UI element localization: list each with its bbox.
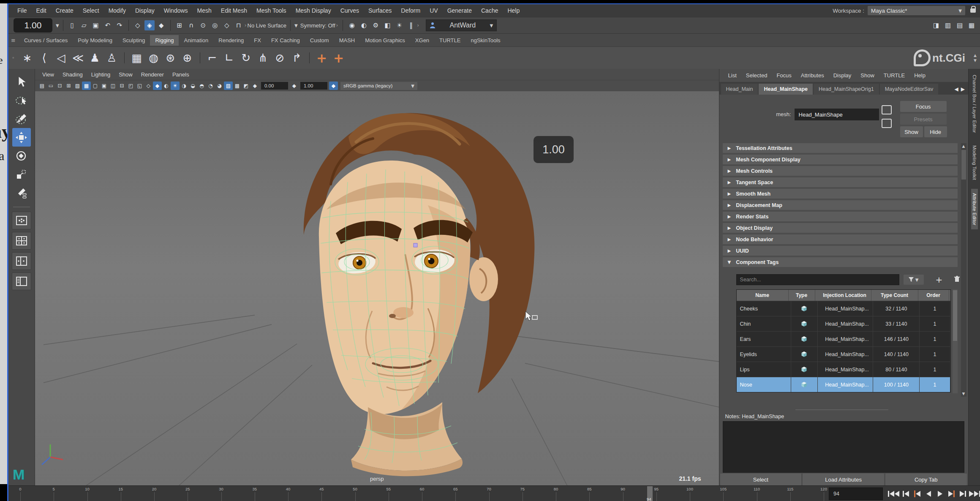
show-button[interactable]: Show: [900, 126, 923, 137]
snap-to-projected-center-icon[interactable]: ◎: [210, 20, 220, 30]
side-tab-attribute-editor[interactable]: Attribute Editor: [971, 189, 978, 229]
copy-tab-icon[interactable]: [882, 119, 892, 128]
snap-to-point-icon[interactable]: ⊙: [198, 20, 208, 30]
step-forward-key-button[interactable]: [946, 488, 956, 499]
pole-vector-constraint-icon[interactable]: ↱: [289, 49, 305, 66]
column-header-order[interactable]: Order: [918, 290, 949, 301]
open-scene-icon[interactable]: ▱: [79, 20, 89, 30]
select-by-component-icon[interactable]: ◆: [156, 20, 166, 30]
menu-mesh-display[interactable]: Mesh Display: [291, 7, 336, 14]
ae-menu-display[interactable]: Display: [830, 72, 855, 79]
grease-pencil-icon[interactable]: ▨: [73, 82, 82, 90]
menu-surfaces[interactable]: Surfaces: [364, 7, 396, 14]
load-attributes-button[interactable]: Load Attributes: [803, 474, 884, 485]
section-render-stats[interactable]: ▶Render Stats: [723, 212, 958, 221]
section-displacement-map[interactable]: ▶Displacement Map: [723, 200, 958, 210]
shelf-options-icon[interactable]: ◦: [12, 55, 15, 61]
hypershade-icon[interactable]: ◧: [382, 20, 392, 30]
remove-influence-icon[interactable]: +: [330, 49, 347, 66]
cluster-deformer-icon[interactable]: ◍: [145, 49, 162, 66]
character-set-dropdown[interactable]: AntWard ▼: [426, 19, 497, 31]
timeline-playhead[interactable]: 94: [647, 486, 653, 501]
mesh-name-field[interactable]: Head_MainShape: [795, 109, 879, 120]
render-current-frame-icon[interactable]: ◉: [347, 20, 357, 30]
menu-display[interactable]: Display: [131, 7, 159, 14]
shelf-tab-custom[interactable]: Custom: [305, 35, 334, 46]
play-forwards-button[interactable]: [935, 488, 945, 499]
two-pane-side-layout-button[interactable]: [12, 252, 31, 270]
paint-select-tool[interactable]: [12, 109, 31, 128]
menu-create[interactable]: Create: [51, 7, 78, 14]
select-tool[interactable]: [12, 72, 31, 91]
filter-button[interactable]: ▼: [904, 275, 924, 285]
toggle-attribute-editor-icon[interactable]: ▤: [955, 20, 965, 30]
shelf-tab-rigging[interactable]: Rigging: [150, 35, 179, 46]
add-influence-icon[interactable]: +: [313, 49, 330, 66]
new-scene-icon[interactable]: ▯: [67, 20, 77, 30]
scroll-down-icon[interactable]: ▼: [961, 392, 966, 396]
shelf-tab-mash[interactable]: MASH: [334, 35, 360, 46]
viewport-menu-shading[interactable]: Shading: [59, 71, 87, 78]
bookmark-icon[interactable]: ▭: [46, 82, 55, 90]
table-row-cheeks[interactable]: CheeksHead_MainShap...32 / 11401: [737, 301, 950, 316]
camera-settings-icon[interactable]: ⊡: [55, 82, 64, 90]
viewport-menu-lighting[interactable]: Lighting: [87, 71, 114, 78]
delete-tag-button[interactable]: [954, 276, 960, 283]
tab-scroll-left-icon[interactable]: ◀: [955, 86, 958, 92]
table-row-nose[interactable]: NoseHead_MainShap...100 / 11401: [737, 377, 950, 392]
step-back-key-button[interactable]: [912, 488, 922, 499]
screen-space-ao-icon[interactable]: ◒: [188, 82, 197, 90]
current-frame-field[interactable]: [829, 487, 883, 500]
safe-action-icon[interactable]: ◰: [126, 82, 135, 90]
skeleton-icon[interactable]: ♙: [103, 49, 120, 66]
parent-constraint-icon[interactable]: ⌐: [204, 49, 221, 66]
resolution-gate-icon[interactable]: ▣: [100, 82, 109, 90]
menu-select[interactable]: Select: [78, 7, 104, 14]
lock-icon[interactable]: [970, 8, 976, 13]
gate-mask-icon[interactable]: ◫: [109, 82, 117, 90]
point-constraint-icon[interactable]: ∟: [221, 49, 238, 66]
make-live-icon[interactable]: ⊓: [234, 20, 244, 30]
ae-menu-list[interactable]: List: [724, 72, 740, 79]
section-mesh-component-display[interactable]: ▶Mesh Component Display: [723, 155, 958, 164]
toggle-tool-settings-icon[interactable]: ▦: [966, 20, 977, 30]
ae-menu-turtle[interactable]: TURTLE: [880, 72, 909, 79]
select-by-object-icon[interactable]: ◈: [144, 20, 155, 30]
exposure-icon[interactable]: ◆: [250, 82, 259, 90]
symmetry-caret-icon[interactable]: ▼: [294, 23, 298, 28]
section-node-behavior[interactable]: ▶Node Behavior: [723, 234, 958, 244]
ae-menu-show[interactable]: Show: [857, 72, 878, 79]
add-tag-button[interactable]: +: [936, 275, 943, 285]
undo-icon[interactable]: ↶: [103, 20, 113, 30]
shelf-tab-animation[interactable]: Animation: [179, 35, 213, 46]
focus-button[interactable]: Focus: [900, 101, 947, 112]
shelf-tab-turtle[interactable]: TURTLE: [434, 35, 466, 46]
orient-constraint-icon[interactable]: ↻: [238, 49, 255, 66]
table-scrollbar[interactable]: [953, 289, 958, 393]
column-header-injection-location[interactable]: Injection Location: [815, 290, 871, 301]
scale-constraint-icon[interactable]: ⋔: [255, 49, 272, 66]
section-uuid[interactable]: ▶UUID: [723, 246, 958, 256]
xray-display-icon[interactable]: ▧: [224, 82, 233, 90]
shelf-menu-icon[interactable]: ≡: [11, 37, 16, 44]
shelf-tab-motion-graphics[interactable]: Motion Graphics: [360, 35, 410, 46]
select-button[interactable]: Select: [720, 474, 802, 485]
ae-tab-mayanodeeditorsav[interactable]: MayaNodeEditorSav: [880, 84, 939, 95]
exposure-field[interactable]: 0.00: [261, 82, 288, 90]
table-row-ears[interactable]: EarsHead_MainShap...146 / 11401: [737, 331, 950, 346]
redo-icon[interactable]: ↷: [114, 20, 125, 30]
ipr-render-icon[interactable]: ◐: [359, 20, 369, 30]
save-scene-icon[interactable]: ▣: [91, 20, 101, 30]
selection-mask-caret-icon[interactable]: ▼: [56, 23, 59, 28]
rotate-tool[interactable]: [12, 147, 31, 165]
live-surface-label[interactable]: No Live Surface: [248, 22, 287, 29]
shelf-tab-fx-caching[interactable]: FX Caching: [266, 35, 305, 46]
scale-tool[interactable]: [12, 165, 31, 184]
presets-button[interactable]: Presets: [900, 114, 947, 125]
pause-icon[interactable]: ‖: [406, 20, 416, 30]
shelf-tab-ngskintools[interactable]: ngSkinTools: [466, 35, 505, 46]
ae-tab-head-main[interactable]: Head_Main: [721, 84, 758, 95]
snap-to-grid-icon[interactable]: ⊞: [174, 20, 185, 30]
section-component-tags[interactable]: ▼Component Tags: [723, 257, 958, 267]
column-header-type[interactable]: Type: [789, 290, 815, 301]
